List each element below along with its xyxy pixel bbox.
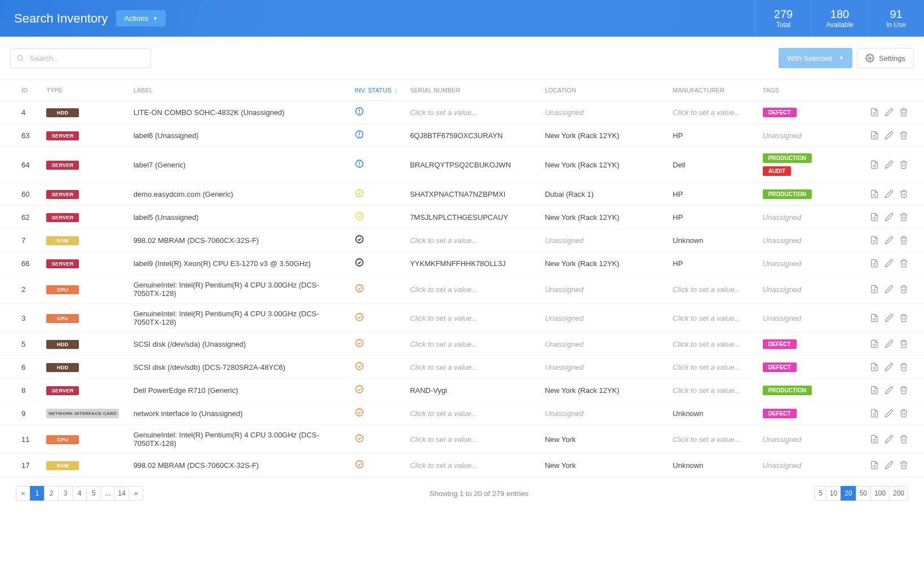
manufacturer-value[interactable]: HP [673,131,683,140]
type-badge[interactable]: CPU [46,314,79,323]
page-size-10[interactable]: 10 [826,486,841,501]
trash-icon[interactable] [899,461,908,470]
location-placeholder[interactable]: Unassigned [545,285,583,294]
pager-first[interactable]: « [16,486,30,501]
page-size-100[interactable]: 100 [870,486,890,501]
type-badge[interactable]: CPU [46,285,79,294]
cell-label[interactable]: label5 (Unassigned) [129,206,350,229]
tags-placeholder[interactable]: Unassigned [763,213,802,222]
edit-icon[interactable] [885,435,894,444]
trash-icon[interactable] [899,236,908,245]
location-value[interactable]: New York (Rack 12YK) [545,131,619,140]
tag-production[interactable]: PRODUCTION [763,386,812,395]
tag-defect[interactable]: DEFECT [763,409,797,418]
manufacturer-value[interactable]: Unknown [673,409,703,418]
col-id[interactable]: ID [0,80,42,101]
serial-placeholder[interactable]: Click to set a value... [410,108,478,117]
page-size-50[interactable]: 50 [856,486,871,501]
pager-page-4[interactable]: 4 [72,486,87,501]
manufacturer-placeholder[interactable]: Click to set a value... [673,435,740,444]
edit-icon[interactable] [885,285,894,294]
cell-label[interactable]: GenuineIntel: Intel(R) Pentium(R) 4 CPU … [129,275,350,304]
type-badge[interactable]: SERVER [46,131,79,140]
status-icon[interactable] [355,258,364,267]
edit-icon[interactable] [885,386,894,395]
cell-label[interactable]: network interface lo (Unassigned) [129,402,350,425]
pager-page-1[interactable]: 1 [30,486,45,501]
location-placeholder[interactable]: Unassigned [545,236,583,245]
edit-icon[interactable] [885,131,894,140]
cell-label[interactable]: GenuineIntel: Intel(R) Pentium(R) 4 CPU … [129,425,350,454]
document-icon[interactable] [870,131,879,140]
col-type[interactable]: TYPE [42,80,129,101]
trash-icon[interactable] [899,259,908,268]
cell-label[interactable]: 998.02 MBRAM (DCS-7060CX-32S-F) [129,229,350,252]
tags-placeholder[interactable]: Unassigned [763,236,802,245]
tag-defect[interactable]: DEFECT [763,339,797,349]
trash-icon[interactable] [899,409,908,418]
location-value[interactable]: New York (Rack 12YK) [545,161,619,169]
trash-icon[interactable] [899,285,908,294]
serial-placeholder[interactable]: Click to set a value... [410,409,478,418]
type-badge[interactable]: SERVER [46,161,79,170]
location-value[interactable]: New York [545,435,576,444]
serial-placeholder[interactable]: Click to set a value... [410,461,478,470]
cell-label[interactable]: demo.easydcim.com (Generic) [129,183,350,206]
serial-value[interactable]: SHATXPNACTNA7NZBPMXI [410,190,506,198]
serial-placeholder[interactable]: Click to set a value... [410,314,478,322]
manufacturer-value[interactable]: HP [673,213,683,222]
manufacturer-placeholder[interactable]: Click to set a value... [673,386,740,395]
page-size-5[interactable]: 5 [815,486,826,501]
cell-label[interactable]: SCSI disk (/dev/sdb) (DCS-7280SR2A-48YC6… [129,356,350,379]
status-icon[interactable] [355,361,364,371]
type-badge[interactable]: CPU [46,435,79,444]
status-icon[interactable] [355,130,364,139]
type-badge[interactable]: HDD [46,363,79,372]
trash-icon[interactable] [899,160,908,169]
document-icon[interactable] [870,259,879,268]
pager-page-5[interactable]: 5 [86,486,101,501]
document-icon[interactable] [870,386,879,395]
document-icon[interactable] [870,435,879,444]
trash-icon[interactable] [899,386,908,395]
col-label[interactable]: LABEL [129,80,350,101]
location-placeholder[interactable]: Unassigned [545,363,583,372]
tags-placeholder[interactable]: Unassigned [763,285,802,294]
status-icon[interactable] [355,284,364,293]
type-badge[interactable]: SERVER [46,386,79,395]
cell-label[interactable]: LITE-ON COMBO SOHC-4832K (Unassigned) [129,101,350,124]
type-badge[interactable]: HDD [46,108,79,117]
edit-icon[interactable] [885,313,894,322]
pager-next[interactable]: » [129,486,143,501]
col-manufacturer[interactable]: MANUFACTURER [668,80,758,101]
cell-label[interactable]: label9 (Intel(R) Xeon(R) CPU E3-1270 v3 … [129,252,350,275]
document-icon[interactable] [870,409,879,418]
settings-button[interactable]: Settings [857,48,914,68]
edit-icon[interactable] [885,213,894,222]
edit-icon[interactable] [885,362,894,372]
manufacturer-placeholder[interactable]: Click to set a value... [673,363,740,372]
manufacturer-placeholder[interactable]: Click to set a value... [673,285,740,294]
location-value[interactable]: New York [545,461,576,470]
with-selected-button[interactable]: With Selected ▼ [779,48,852,68]
trash-icon[interactable] [899,213,908,222]
type-badge[interactable]: RAM [46,236,79,245]
document-icon[interactable] [870,236,879,245]
status-icon[interactable] [355,312,364,322]
trash-icon[interactable] [899,108,908,117]
location-value[interactable]: New York (Rack 12YK) [545,213,619,222]
status-icon[interactable] [355,434,364,443]
type-badge[interactable]: HDD [46,340,79,349]
trash-icon[interactable] [899,189,908,198]
location-value[interactable]: New York (Rack 12YK) [545,386,619,395]
document-icon[interactable] [870,461,879,470]
location-placeholder[interactable]: Unassigned [545,108,583,117]
serial-placeholder[interactable]: Click to set a value... [410,236,478,245]
tags-placeholder[interactable]: Unassigned [763,435,802,444]
serial-value[interactable]: 6QJ8BTF6759OXC3URAYN [410,131,503,140]
serial-placeholder[interactable]: Click to set a value... [410,285,478,294]
page-size-200[interactable]: 200 [889,486,908,501]
cell-label[interactable]: Dell PowerEdge R710 (Generic) [129,379,350,402]
document-icon[interactable] [870,285,879,294]
location-placeholder[interactable]: Unassigned [545,340,583,348]
